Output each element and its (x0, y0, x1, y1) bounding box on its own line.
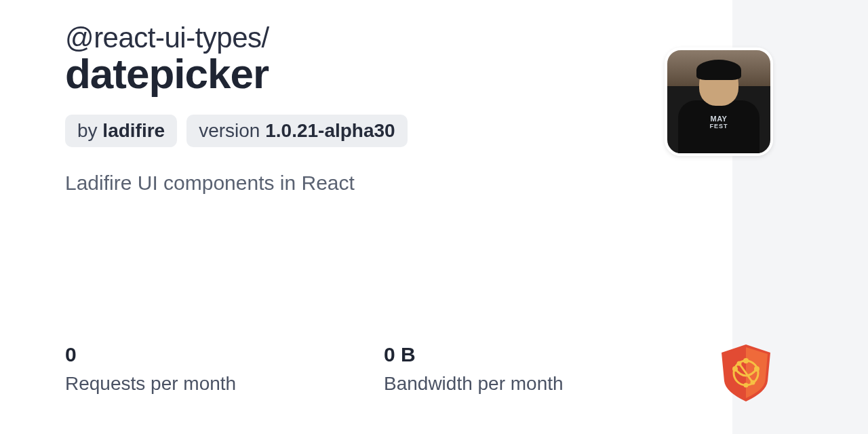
package-scope: @react-ui-types/ (65, 22, 732, 54)
author-badge[interactable]: by ladifire (65, 115, 177, 147)
right-gutter: MAYFEST (732, 0, 868, 434)
svg-point-6 (744, 383, 749, 388)
svg-point-1 (732, 366, 738, 372)
requests-value: 0 (65, 343, 384, 366)
avatar-image: MAYFEST (667, 50, 770, 153)
bandwidth-value: 0 B (384, 343, 703, 366)
version-value: 1.0.21-alpha30 (265, 120, 395, 141)
jsdelivr-shield-icon (719, 343, 773, 403)
version-badge[interactable]: version 1.0.21-alpha30 (186, 115, 408, 147)
stats-row: 0 Requests per month 0 B Bandwidth per m… (65, 343, 705, 395)
svg-point-2 (754, 366, 760, 372)
author-avatar[interactable]: MAYFEST (665, 47, 773, 156)
svg-point-3 (743, 358, 749, 363)
version-label: version (199, 120, 265, 141)
package-name: datepicker (65, 52, 732, 96)
svg-point-4 (737, 361, 742, 366)
stat-bandwidth: 0 B Bandwidth per month (384, 343, 703, 395)
package-description: Ladifire UI components in React (65, 172, 732, 195)
badge-row: by ladifire version 1.0.21-alpha30 (65, 115, 732, 147)
author-value: ladifire (102, 120, 165, 141)
package-card: @react-ui-types/ datepicker by ladifire … (0, 0, 732, 434)
bandwidth-label: Bandwidth per month (384, 373, 703, 395)
author-label: by (77, 120, 102, 141)
svg-point-5 (751, 380, 755, 385)
requests-label: Requests per month (65, 373, 384, 395)
stat-requests: 0 Requests per month (65, 343, 384, 395)
